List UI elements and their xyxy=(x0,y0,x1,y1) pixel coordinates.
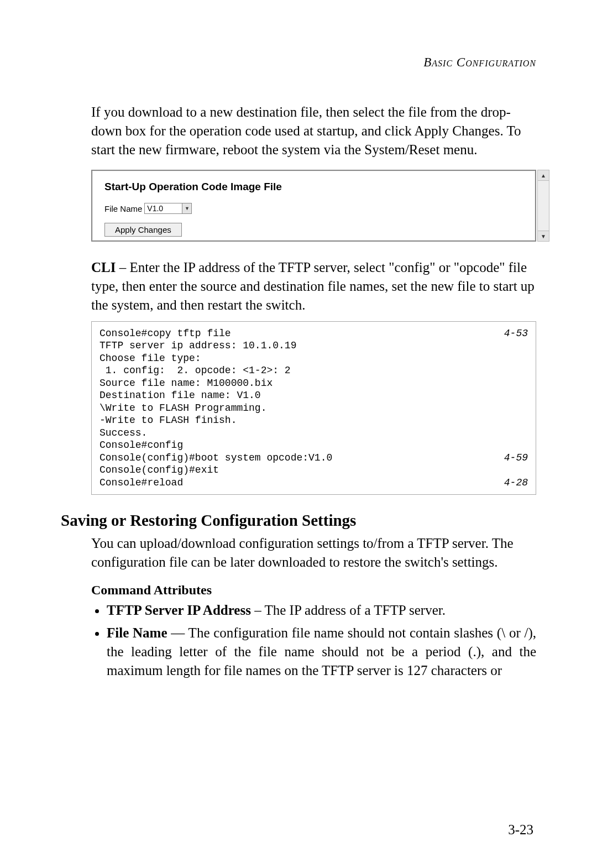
startup-panel: Start-Up Operation Code Image File File … xyxy=(91,170,536,242)
code-page-ref: 4-59 xyxy=(504,452,528,464)
section-paragraph: You can upload/download configuration se… xyxy=(91,534,536,572)
attr-name: File Name xyxy=(107,625,167,640)
cli-code-block: Console#copy tftp file4-53TFTP server ip… xyxy=(91,321,536,495)
panel-title: Start-Up Operation Code Image File xyxy=(104,181,523,193)
code-page-ref: 4-28 xyxy=(504,477,528,489)
code-line: Choose file type: xyxy=(100,352,528,365)
code-line: Success. xyxy=(100,427,528,440)
code-line: Console#copy tftp file4-53 xyxy=(100,327,528,340)
page-number: 3-23 xyxy=(508,822,533,838)
section-heading: Saving or Restoring Configuration Settin… xyxy=(61,511,536,530)
scroll-up-icon[interactable]: ▲ xyxy=(538,170,549,181)
code-line: Source file name: M100000.bix xyxy=(100,377,528,390)
intro-paragraph: If you download to a new destination fil… xyxy=(91,103,536,159)
code-line: -Write to FLASH finish. xyxy=(100,414,528,427)
code-line: Console(config)#boot system opcode:V1.04… xyxy=(100,452,528,464)
command-attributes-heading: Command Attributes xyxy=(91,583,536,598)
apply-changes-button[interactable]: Apply Changes xyxy=(104,223,182,237)
attr-name: TFTP Server IP Address xyxy=(107,603,251,618)
file-name-select[interactable]: V1.0 ▼ xyxy=(144,203,192,214)
page-header: Basic Configuration xyxy=(61,55,536,70)
code-line: 1. config: 2. opcode: <1-2>: 2 xyxy=(100,364,528,377)
scroll-down-icon[interactable]: ▼ xyxy=(538,231,549,241)
panel-scrollbar[interactable]: ▲ ▼ xyxy=(537,170,549,242)
code-line: \Write to FLASH Programming. xyxy=(100,402,528,415)
command-attributes-list: TFTP Server IP Address – The IP address … xyxy=(91,601,536,680)
list-item: File Name — The configuration file name … xyxy=(107,624,536,679)
file-name-label: File Name xyxy=(104,204,142,213)
cli-text: – Enter the IP address of the TFTP serve… xyxy=(91,260,535,312)
file-name-value: V1.0 xyxy=(147,204,163,213)
code-line: Console(config)#exit xyxy=(100,464,528,477)
code-line: Console#reload4-28 xyxy=(100,477,528,489)
cli-paragraph: CLI – Enter the IP address of the TFTP s… xyxy=(91,258,536,314)
attr-desc: — The configuration file name should not… xyxy=(107,625,536,678)
code-line: Destination file name: V1.0 xyxy=(100,389,528,402)
list-item: TFTP Server IP Address – The IP address … xyxy=(107,601,536,620)
code-line: Console#config xyxy=(100,439,528,452)
code-line: TFTP server ip address: 10.1.0.19 xyxy=(100,339,528,352)
attr-desc: – The IP address of a TFTP server. xyxy=(251,603,446,618)
chevron-down-icon[interactable]: ▼ xyxy=(182,203,191,213)
code-page-ref: 4-53 xyxy=(504,327,528,340)
cli-label: CLI xyxy=(91,260,116,275)
